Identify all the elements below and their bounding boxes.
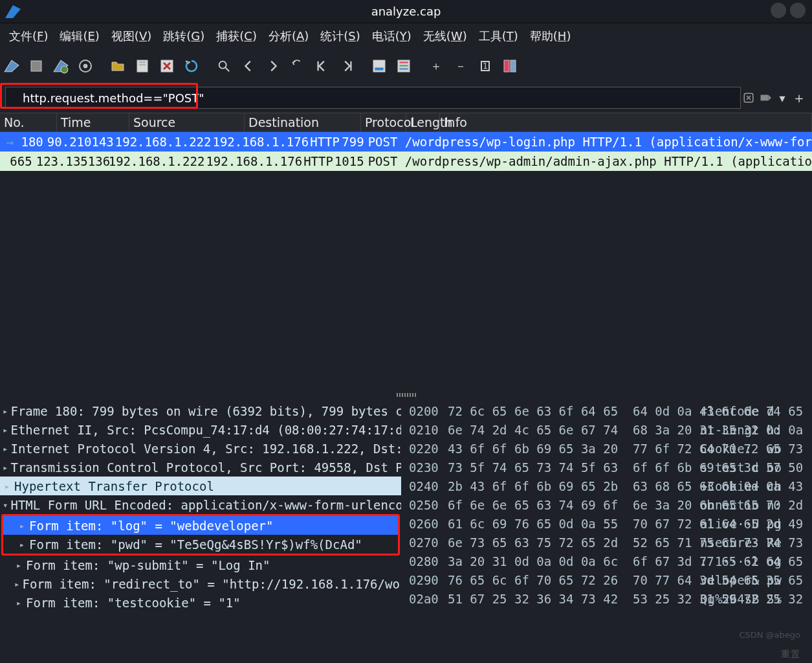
zoom-in-icon[interactable]: ＋ [426, 56, 446, 76]
col-header-no[interactable]: No. [0, 113, 57, 131]
svg-rect-17 [510, 60, 516, 72]
packet-list-empty [0, 171, 812, 391]
hex-row[interactable]: 026061 6c 69 76 65 0d 0a 55 70 67 72 61 … [409, 514, 812, 533]
menu-wireless[interactable]: 无线(W) [418, 26, 472, 47]
filter-history-icon[interactable]: ▾ [774, 90, 790, 106]
zoom-out-icon[interactable]: － [450, 56, 471, 76]
back-icon[interactable] [238, 56, 259, 76]
hex-row[interactable]: 022043 6f 6f 6b 69 65 3a 20 77 6f 72 64 … [409, 439, 812, 458]
jump-icon[interactable] [287, 56, 308, 76]
caret-right-icon: ▸ [3, 406, 8, 416]
col-header-length[interactable]: Length [406, 113, 440, 131]
menu-capture[interactable]: 捕获(C) [211, 26, 262, 47]
menu-stats[interactable]: 统计(S) [315, 26, 366, 47]
tree-tcp[interactable]: ▸Transmission Control Protocol, Src Port… [0, 458, 401, 477]
capture-options-icon[interactable] [75, 56, 96, 76]
packet-row[interactable]: 665 123.135136 192.168.1.222 192.168.1.1… [0, 152, 812, 171]
autoscroll-icon[interactable] [369, 56, 390, 76]
goto-last-icon[interactable] [336, 56, 357, 76]
svg-point-8 [219, 62, 226, 69]
window-controls[interactable] [771, 3, 806, 18]
open-file-icon[interactable] [107, 56, 128, 76]
menu-goto[interactable]: 跳转(G) [158, 26, 210, 47]
hex-row[interactable]: 020072 6c 65 6e 63 6f 64 65 64 0d 0a 43 … [409, 401, 812, 420]
menu-view[interactable]: 视图(V) [106, 26, 157, 47]
watermark-reset: 重置 [781, 649, 800, 660]
menu-tools[interactable]: 工具(T) [474, 26, 523, 47]
reload-icon[interactable] [181, 56, 202, 76]
tree-form-item-redirect[interactable]: ▸Form item: "redirect_to" = "http://192.… [0, 574, 401, 593]
toolbar: ＋ － 1 [0, 49, 812, 83]
packet-list-header: No. Time Source Destination Protocol Len… [0, 113, 812, 132]
menu-analyze[interactable]: 分析(A) [263, 26, 314, 47]
col-header-info[interactable]: Info [440, 113, 812, 131]
packet-details-tree[interactable]: ▸Frame 180: 799 bytes on wire (6392 bits… [0, 399, 401, 612]
close-file-icon[interactable] [157, 56, 177, 76]
maximize-button[interactable] [790, 3, 806, 18]
pane-splitter[interactable] [0, 391, 812, 399]
credential-highlight: ▸Form item: "log" = "webdeveloper" ▸Form… [1, 514, 400, 556]
hex-row[interactable]: 029076 65 6c 6f 70 65 72 26 70 77 64 3d … [409, 570, 812, 589]
packet-list[interactable]: No. Time Source Destination Protocol Len… [0, 113, 812, 171]
col-header-protocol[interactable]: Protocol [361, 113, 406, 131]
tree-ethernet[interactable]: ▸Ethernet II, Src: PcsCompu_74:17:d4 (08… [0, 420, 401, 439]
save-file-icon[interactable] [132, 56, 153, 76]
col-header-source[interactable]: Source [129, 113, 245, 131]
hex-row[interactable]: 023073 5f 74 65 73 74 5f 63 6f 6f 6b 69 … [409, 458, 812, 477]
hex-row[interactable]: 02803a 20 31 0d 0a 0d 0a 6c 6f 67 3d 77 … [409, 552, 812, 570]
tree-form-urlencoded[interactable]: ▾HTML Form URL Encoded: application/x-ww… [0, 495, 401, 514]
hex-row[interactable]: 02106e 74 2d 4c 65 6e 67 74 68 3a 20 31 … [409, 420, 812, 439]
tree-form-item-pwd[interactable]: ▸Form item: "pwd" = "Te5eQg&4sBS!Yr$)wf%… [3, 535, 398, 554]
caret-right-icon: ▸ [14, 579, 19, 589]
svg-point-3 [83, 64, 87, 68]
caret-right-icon: ▸ [17, 539, 27, 550]
svg-rect-15 [399, 68, 408, 70]
menu-telephony[interactable]: 电话(Y) [367, 26, 417, 47]
caret-down-icon: ▾ [3, 500, 8, 510]
packet-row[interactable]: → 180 90.210143 192.168.1.222 192.168.1.… [0, 132, 812, 152]
col-header-time[interactable]: Time [57, 113, 129, 131]
clear-filter-icon[interactable] [741, 90, 756, 106]
stop-capture-icon[interactable] [26, 56, 47, 76]
colorize-icon[interactable] [393, 56, 414, 76]
title-bar: analyze.cap [0, 0, 812, 23]
resize-columns-icon[interactable] [499, 56, 520, 76]
menu-file[interactable]: 文件(F) [4, 26, 53, 47]
minimize-button[interactable] [771, 3, 786, 18]
menu-edit[interactable]: 编辑(E) [54, 26, 104, 47]
caret-right-icon: ▸ [3, 481, 12, 491]
tree-form-item-log[interactable]: ▸Form item: "log" = "webdeveloper" [3, 516, 398, 535]
wireshark-logo-icon [4, 3, 25, 21]
tree-http[interactable]: ▸Hypertext Transfer Protocol [0, 477, 401, 495]
tree-form-item-submit[interactable]: ▸Form item: "wp-submit" = "Log In" [0, 556, 401, 574]
hex-row[interactable]: 02706e 73 65 63 75 72 65 2d 52 65 71 75 … [409, 533, 812, 552]
add-filter-icon[interactable]: + [791, 90, 807, 106]
menu-bar: 文件(F) 编辑(E) 视图(V) 跳转(G) 捕获(C) 分析(A) 统计(S… [0, 23, 812, 49]
tree-form-item-testcookie[interactable]: ▸Form item: "testcookie" = "1" [0, 593, 401, 612]
apply-filter-icon[interactable] [758, 90, 773, 106]
hex-row[interactable]: 02402b 43 6f 6f 6b 69 65 2b 63 68 65 63 … [409, 477, 812, 495]
start-capture-icon[interactable] [1, 56, 22, 76]
col-header-destination[interactable]: Destination [245, 113, 361, 131]
svg-rect-19 [761, 95, 769, 101]
search-icon[interactable] [214, 56, 234, 76]
caret-right-icon: ▸ [3, 425, 8, 435]
zoom-reset-icon[interactable]: 1 [475, 56, 496, 76]
display-filter-input[interactable] [5, 87, 741, 109]
svg-rect-16 [504, 60, 509, 72]
goto-first-icon[interactable] [312, 56, 333, 76]
svg-rect-6 [139, 64, 146, 65]
hex-row[interactable]: 02b034 25 32 39 77 66 25 32 35 25 32 38 … [409, 608, 812, 612]
menu-help[interactable]: 帮助(H) [525, 26, 576, 47]
svg-rect-0 [31, 61, 41, 71]
tree-ip[interactable]: ▸Internet Protocol Version 4, Src: 192.1… [0, 439, 401, 458]
svg-rect-13 [399, 62, 408, 63]
hex-row[interactable]: 02a051 67 25 32 36 34 73 42 53 25 32 31 … [409, 589, 812, 608]
svg-rect-5 [139, 62, 146, 63]
restart-capture-icon[interactable] [50, 56, 71, 76]
hex-row[interactable]: 02506f 6e 6e 65 63 74 69 6f 6e 3a 20 6b … [409, 495, 812, 514]
filter-bar: ▾ + [0, 83, 812, 113]
packet-bytes[interactable]: 020072 6c 65 6e 63 6f 64 65 64 0d 0a 43 … [401, 399, 812, 612]
forward-icon[interactable] [263, 56, 283, 76]
tree-frame[interactable]: ▸Frame 180: 799 bytes on wire (6392 bits… [0, 401, 401, 420]
